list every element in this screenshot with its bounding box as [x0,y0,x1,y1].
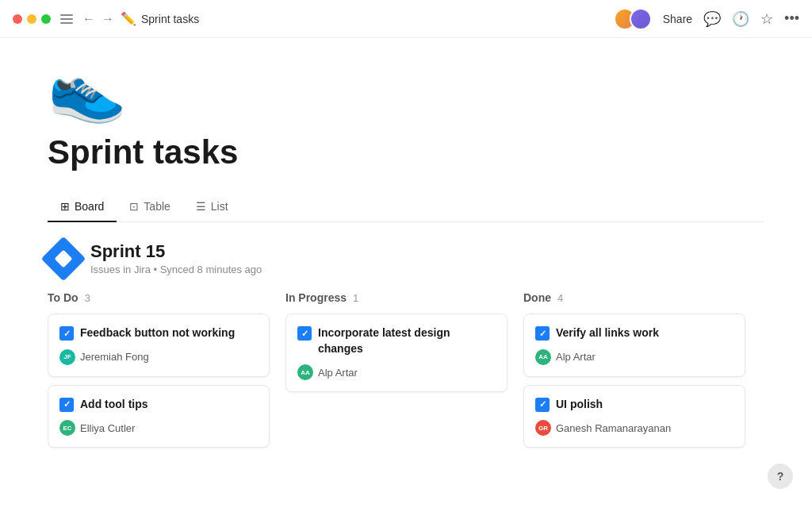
avatar-2 [630,8,652,30]
card-done-2[interactable]: UI polish GR Ganesh Ramanarayanan [523,385,745,448]
page-title-label: Sprint tasks [141,13,199,25]
nav-icons: ← → [60,12,114,26]
user-avatar-aa1: AA [297,364,313,380]
card-todo-2[interactable]: Add tool tips EC Elliya Cutler [48,385,270,448]
sprint-info: Sprint 15 Issues in Jira • Synced 8 minu… [90,241,262,275]
table-tab-icon: ⊡ [129,200,139,213]
menu-icon[interactable] [60,14,73,24]
back-icon[interactable]: ← [82,12,95,26]
checkbox-icon-3 [297,326,312,341]
column-todo: To Do 3 Feedback button not working JF J… [48,291,270,456]
page-header: 👟 Sprint tasks [48,38,764,194]
close-button[interactable] [13,14,22,24]
card-todo-1[interactable]: Feedback button not working JF Jeremiah … [48,314,270,377]
user-name-aa1: Alp Artar [318,367,358,379]
sprint-name: Sprint 15 [90,241,262,262]
maximize-button[interactable] [41,14,51,24]
card-inprogress-1-title-row: Incorporate latest design changes [297,325,496,356]
card-inprogress-1-user: AA Alp Artar [297,364,496,380]
column-todo-title: To Do [48,291,79,304]
sprint-meta: Issues in Jira • Synced 8 minutes ago [90,264,262,275]
column-inprogress: In Progress 1 Incorporate latest design … [285,291,508,456]
card-done-2-title-row: UI polish [535,397,733,413]
minimize-button[interactable] [27,14,36,24]
user-name-ec: Elliya Cutler [80,422,135,434]
tab-table-label: Table [144,200,170,213]
share-button[interactable]: Share [663,13,692,25]
user-avatar-jf: JF [59,349,75,365]
column-inprogress-count: 1 [353,292,358,304]
board-tab-icon: ⊞ [60,200,70,213]
column-done: Done 4 Verify all links work AA Alp Arta… [523,291,745,456]
tab-table[interactable]: ⊡ Table [117,194,182,222]
traffic-lights [13,14,51,24]
user-avatar-ec: EC [59,420,75,436]
checkbox-icon-5 [535,398,550,412]
card-todo-1-title: Feedback button not working [80,325,235,341]
column-inprogress-title: In Progress [285,291,347,304]
card-done-2-title: UI polish [556,397,603,413]
checkbox-icon-1 [59,326,74,341]
card-done-1-title-row: Verify all links work [535,325,733,341]
help-button[interactable]: ? [768,464,793,489]
card-todo-2-user: EC Elliya Cutler [59,420,258,436]
user-avatar-aa2: AA [535,349,551,365]
card-todo-1-title-row: Feedback button not working [59,325,258,341]
card-inprogress-1-title: Incorporate latest design changes [318,325,496,356]
column-done-count: 4 [557,292,563,304]
card-done-1[interactable]: Verify all links work AA Alp Artar [523,314,745,377]
view-tabs: ⊞ Board ⊡ Table ☰ List [48,194,764,222]
card-done-1-title: Verify all links work [556,325,659,341]
checkbox-icon-2 [59,398,74,412]
column-todo-header: To Do 3 [48,291,270,304]
tab-list[interactable]: ☰ List [183,194,241,222]
toolbar-right: Share 💬 🕐 ☆ ••• [614,8,799,30]
column-todo-count: 3 [85,292,90,304]
card-done-1-user: AA Alp Artar [535,349,733,365]
page-emoji: 👟 [48,57,764,121]
tab-board[interactable]: ⊞ Board [48,194,117,222]
jira-diamond-inner [55,249,73,267]
card-todo-2-title-row: Add tool tips [59,397,258,413]
page-icon: ✏️ [121,11,136,26]
tab-board-label: Board [75,200,104,213]
card-todo-1-user: JF Jeremiah Fong [59,349,258,365]
more-icon[interactable]: ••• [784,10,799,27]
star-icon[interactable]: ☆ [760,10,773,28]
sprint-header: Sprint 15 Issues in Jira • Synced 8 minu… [48,241,764,275]
column-inprogress-header: In Progress 1 [285,291,508,304]
page-title: Sprint tasks [48,133,764,171]
comment-icon[interactable]: 💬 [703,10,721,28]
page-breadcrumb: ✏️ Sprint tasks [121,11,614,26]
title-bar: ← → ✏️ Sprint tasks Share 💬 🕐 ☆ ••• [0,0,812,38]
tab-list-label: List [211,200,228,213]
user-avatars [614,8,652,30]
user-avatar-gr: GR [535,420,551,436]
main-content: 👟 Sprint tasks ⊞ Board ⊡ Table ☰ List Sp… [0,38,812,508]
kanban-board: To Do 3 Feedback button not working JF J… [48,291,764,471]
user-name-gr: Ganesh Ramanarayanan [556,422,671,434]
list-tab-icon: ☰ [196,200,206,213]
card-done-2-user: GR Ganesh Ramanarayanan [535,420,733,436]
checkbox-icon-4 [535,326,550,341]
jira-icon [41,236,86,281]
forward-icon[interactable]: → [102,12,114,26]
card-todo-2-title: Add tool tips [80,397,148,413]
user-name-jf: Jeremiah Fong [80,351,149,363]
card-inprogress-1[interactable]: Incorporate latest design changes AA Alp… [285,314,508,392]
user-name-aa2: Alp Artar [556,351,596,363]
column-done-header: Done 4 [523,291,745,304]
column-done-title: Done [523,291,551,304]
history-icon[interactable]: 🕐 [732,10,749,28]
